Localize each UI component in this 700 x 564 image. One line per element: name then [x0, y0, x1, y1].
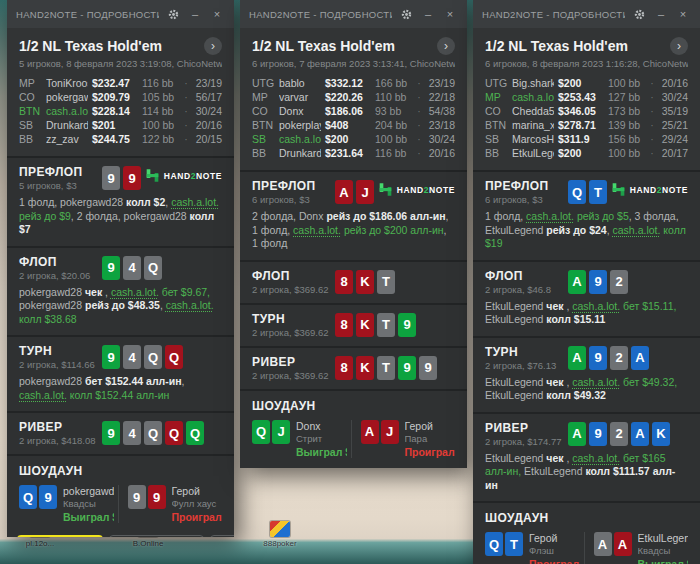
street-header-left: ПРЕФЛОП6 игроков, $3 — [485, 179, 568, 205]
action-segment: pokergawd28 — [19, 375, 85, 387]
showdown-cards: AJ — [361, 420, 399, 458]
street-header-left: ПРЕФЛОП5 игроков, $3 — [19, 165, 102, 191]
street-section: РИВЕР2 игрока, $369.628KT99 — [240, 346, 467, 389]
close-button[interactable]: × — [675, 6, 691, 22]
player-row[interactable]: BBDrunkard$231.64116 bb·20/16 — [252, 147, 455, 161]
player-row[interactable]: BTNmarina_x_key$278.71139 bb·25/21 — [485, 119, 688, 133]
player-row[interactable]: SBMarcosHeredi$311.9156 bb·29/24 — [485, 133, 688, 147]
showdown-combo: Квадсы — [63, 498, 114, 509]
player-row[interactable]: BTNcash.a.lot. (Ге$228.14114 bb·30/24 — [19, 105, 222, 119]
player-bb: 122 bb — [142, 133, 182, 145]
showdown-player-name[interactable]: Герой — [405, 420, 456, 432]
hero-name-link[interactable]: cash.a.lot. — [572, 452, 620, 464]
board-cards: 8KT99 — [335, 355, 437, 380]
player-name[interactable]: cash.a.lot. (Ге — [279, 133, 321, 145]
showdown-combo: Стрит — [296, 433, 347, 444]
showdown-player-info: EtkulLegendКвадсыВыиграл $196. — [638, 532, 689, 564]
player-position: BB — [19, 133, 46, 145]
desktop-icon[interactable]: 888poker — [248, 521, 312, 548]
street-name: РИВЕР — [485, 421, 568, 435]
link-button[interactable]: ССЫЛКА — [17, 535, 103, 537]
street-name: ФЛОП — [19, 255, 102, 269]
street-name: РИВЕР — [252, 355, 335, 369]
game-subtitle: 5 игроков, 8 февраля 2023 3:19:08, Chico… — [19, 58, 222, 69]
settings-gear-icon[interactable] — [631, 6, 647, 22]
hero-name-link[interactable]: cash.a.lot. — [111, 286, 159, 298]
hero-name-link[interactable]: cash.a.lot. — [19, 389, 67, 401]
card: 8 — [335, 270, 353, 294]
expand-chevron-button[interactable]: › — [670, 37, 688, 55]
player-position: CO — [252, 105, 279, 117]
close-button[interactable]: × — [209, 6, 225, 22]
hero-name-link[interactable]: cash.a.lot. — [572, 376, 620, 388]
card: T — [377, 313, 395, 337]
expand-chevron-button[interactable]: › — [204, 37, 222, 55]
player-stack: $244.75 — [92, 133, 142, 145]
showdown-player-name[interactable]: Герой — [172, 485, 223, 497]
close-button[interactable]: × — [442, 6, 458, 22]
card: Q — [144, 421, 162, 445]
player-stats: 30/24 — [190, 105, 222, 117]
minimize-button[interactable]: – — [420, 6, 436, 22]
minimize-button[interactable]: – — [187, 6, 203, 22]
card: J — [272, 420, 290, 444]
hero-name-link[interactable]: cash.a.lot. — [171, 196, 219, 208]
hand2note-logo: HAND2NOTE — [145, 165, 222, 183]
separator-dot: · — [182, 105, 190, 117]
showdown-entry: AAEtkulLegendКвадсыВыиграл $196. — [584, 532, 689, 564]
street-name: ТУРН — [19, 344, 102, 358]
player-row[interactable]: SBcash.a.lot. (Ге$200100 bb·30/24 — [252, 133, 455, 147]
player-stats: 20/16 — [656, 77, 688, 89]
action-segment: рейз до $9 — [19, 210, 71, 222]
window-title: HAND2NOTE - ПОДРОБНОСТИ РАЗДАЧИ — [16, 9, 159, 20]
player-row[interactable]: MPcash.a.lot. (Ге$253.43127 bb·30/24 — [485, 91, 688, 105]
showdown-player-name[interactable]: Герой — [529, 532, 580, 544]
card: Q — [568, 180, 586, 204]
player-row[interactable]: MPToniKroos$232.47116 bb·23/19 — [19, 77, 222, 91]
player-row[interactable]: MPvarvar$220.26110 bb·22/18 — [252, 91, 455, 105]
player-stack: $200 — [325, 133, 375, 145]
hero-name-link[interactable]: cash.a.lot. — [166, 299, 214, 311]
player-name: Donx — [279, 105, 321, 117]
card: 9 — [419, 356, 437, 380]
hero-name-link[interactable]: cash.a.lot. — [293, 224, 341, 236]
player-bb: 139 bb — [608, 119, 648, 131]
action-segment: рейз до $186.06 алл-ин — [326, 210, 445, 222]
player-stack: $346.05 — [558, 105, 608, 117]
minimize-button[interactable]: – — [653, 6, 669, 22]
player-row[interactable]: SBDrunkard$201100 bb·20/16 — [19, 119, 222, 133]
street-header: ТУРН2 игрока, $369.628KT9 — [240, 305, 467, 340]
settings-gear-icon[interactable] — [165, 6, 181, 22]
street-name: РИВЕР — [19, 420, 102, 434]
page-button[interactable]: 1 — [210, 535, 234, 537]
player-bb: 173 bb — [608, 105, 648, 117]
player-row[interactable]: UTGBig.shark.pro$200100 bb·20/16 — [485, 77, 688, 91]
player-row[interactable]: BBzz_zav$244.75122 bb·20/15 — [19, 133, 222, 147]
hero-name-link[interactable]: cash.a.lot. — [572, 300, 620, 312]
player-row[interactable]: COpokergawd28$209.79105 bb·56/17 — [19, 91, 222, 105]
player-stack: $408 — [325, 119, 375, 131]
board-cards: 8KT — [335, 269, 395, 294]
hero-name-link[interactable]: cash.a.lot. — [526, 210, 574, 222]
board-cards: 99 — [102, 165, 141, 190]
copy-button[interactable]: КОПИРОВАТЬ — [109, 535, 204, 537]
player-row[interactable]: CODonx$186.0693 bb·54/38 — [252, 105, 455, 119]
player-position: BTN — [19, 105, 46, 117]
hero-name-link[interactable]: cash.a.lot. — [613, 224, 661, 236]
showdown-row: Q9pokergawd28КвадсыВыиграл $208.99ГеройФ… — [19, 485, 222, 523]
player-position: MP — [19, 77, 46, 89]
board-cards: 8KT9 — [335, 312, 416, 337]
street-name: ПРЕФЛОП — [252, 179, 335, 193]
street-actions: 2 фолда, Donx рейз до $186.06 алл-ин, 1 … — [240, 207, 467, 260]
player-name[interactable]: cash.a.lot. (Ге — [46, 105, 88, 117]
player-name[interactable]: cash.a.lot. (Ге — [512, 91, 554, 103]
player-row[interactable]: BBEtkulLegend$200100 bb·20/17 — [485, 147, 688, 161]
settings-gear-icon[interactable] — [398, 6, 414, 22]
game-header: 1/2 NL Texas Hold'em›5 игроков, 8 феврал… — [7, 28, 234, 74]
player-row[interactable]: UTGbablo$332.12166 bb·23/19 — [252, 77, 455, 91]
expand-chevron-button[interactable]: › — [437, 37, 455, 55]
player-row[interactable]: BTNpokerplayer4e$408204 bb·23/18 — [252, 119, 455, 133]
player-row[interactable]: COChedda51$346.05173 bb·35/19 — [485, 105, 688, 119]
separator-dot: · — [182, 77, 190, 89]
action-segment: чек — [85, 286, 102, 298]
